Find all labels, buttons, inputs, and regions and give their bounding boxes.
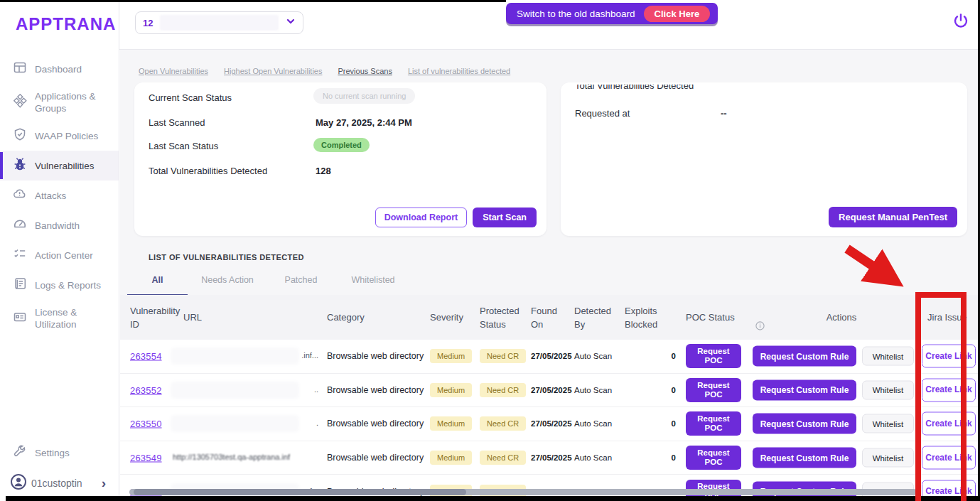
tab-whitelisted[interactable]: Whitelisted (335, 271, 411, 296)
download-report-button[interactable]: Download Report (375, 208, 467, 227)
vulnerability-id-link[interactable]: 263550 (130, 419, 162, 429)
sidebar-item-dashboard[interactable]: Dashboard (0, 54, 119, 84)
vuln-filter-tabs: All Needs Action Patched Whitelisted (127, 271, 411, 296)
banner-text: Switch to the old dashboard (517, 9, 635, 19)
power-icon[interactable] (950, 11, 971, 33)
sidebar-item-vulnerabilities[interactable]: Vulnerabilities (0, 151, 119, 181)
sidebar-item-label: Applications & Groups (35, 90, 110, 114)
exploits-blocked-cell: 0 (639, 352, 676, 360)
bug-icon (13, 157, 27, 174)
request-custom-rule-button[interactable]: Request Custom Rule (753, 414, 856, 434)
found-on-cell: 27/05/2025 (531, 453, 572, 462)
start-scan-button[interactable]: Start Scan (473, 208, 537, 227)
create-jira-link-button[interactable]: Create Link (922, 446, 976, 470)
exploits-blocked-cell: 0 (639, 453, 676, 462)
col-found-on: Found On (531, 295, 566, 340)
request-poc-button[interactable]: Request POC (686, 446, 741, 470)
click-here-button[interactable]: Click Here (644, 6, 711, 22)
col-poc-status: POC Status (686, 295, 744, 340)
vuln-table-header: Vulnerability ID URL Category Severity P… (120, 295, 980, 340)
sidebar-item-logs-reports[interactable]: Logs & Reports (0, 270, 119, 300)
wrench-icon (13, 444, 27, 461)
severity-badge: Medium (430, 451, 472, 465)
main-content: Open Vulnerabilities Highest Open Vulner… (120, 50, 980, 501)
whitelist-button[interactable]: Whitelist (862, 347, 914, 366)
account-name: 01custoptin (31, 478, 82, 489)
shield-check-icon (13, 127, 27, 144)
whitelist-button[interactable]: Whitelist (862, 414, 914, 433)
vulnerability-id-link[interactable]: 263554 (130, 351, 162, 362)
tab-open-vulnerabilities[interactable]: Open Vulnerabilities (139, 67, 208, 75)
last-scanned-label: Last Scanned (149, 117, 205, 128)
scroll-icon (13, 276, 27, 293)
pentest-card: Total Vulnerabilities Detected Requested… (561, 82, 967, 236)
col-vulnerability-id: Vulnerability ID (130, 295, 187, 340)
request-custom-rule-button[interactable]: Request Custom Rule (753, 379, 856, 400)
create-jira-link-button[interactable]: Create Link (922, 412, 976, 436)
whitelist-button[interactable]: Whitelist (862, 380, 914, 399)
request-custom-rule-button[interactable]: Request Custom Rule (753, 346, 856, 367)
sidebar-item-license-utilization[interactable]: License & Utilization (0, 300, 119, 337)
col-jira-issue: Jira Issue (927, 295, 977, 340)
sidebar-footer: Settings 01custoptin › (0, 438, 119, 500)
col-actions: Actions (753, 295, 930, 340)
total-vulnerabilities-label: Total Vulnerabilities Detected (149, 166, 267, 176)
horizontal-scrollbar-track[interactable] (129, 489, 917, 495)
tab-previous-scans[interactable]: Previous Scans (338, 67, 392, 75)
sidebar-item-waap-policies[interactable]: WAAP Policies (0, 121, 119, 151)
request-manual-pentest-button[interactable]: Request Manual PenTest (829, 207, 957, 227)
dashboard-icon (13, 60, 27, 77)
create-jira-link-button[interactable]: Create Link (922, 345, 976, 368)
sidebar-item-label: Action Center (35, 249, 93, 262)
url-cell: http://1305703test.qa-apptrana.inf (170, 451, 323, 465)
scan-status-card: Current Scan Status No current scan runn… (134, 82, 546, 236)
sidebar-item-label: WAAP Policies (35, 130, 98, 142)
total-vulnerabilities-value: 128 (316, 166, 331, 176)
category-cell: Browsable web directory (327, 453, 424, 463)
url-cell: .. (170, 383, 323, 397)
protected-status-badge: Need CR (480, 451, 526, 465)
sidebar-item-action-center[interactable]: Action Center (0, 240, 119, 270)
url-fragment: .. (314, 385, 318, 394)
sidebar-item-label: Logs & Reports (35, 279, 101, 291)
tab-needs-action[interactable]: Needs Action (188, 271, 267, 296)
whitelist-button[interactable]: Whitelist (862, 448, 914, 468)
request-poc-button[interactable]: Request POC (686, 411, 741, 436)
last-scan-status-label: Last Scan Status (149, 141, 218, 151)
request-poc-button[interactable]: Request POC (686, 378, 741, 402)
completed-status-badge: Completed (313, 138, 370, 152)
sidebar-item-settings[interactable]: Settings (0, 438, 119, 468)
sidebar-nav: Dashboard Applications & Groups WAAP Pol… (0, 54, 119, 337)
chevron-right-icon: › (102, 475, 109, 491)
vulnerability-id-link[interactable]: 263549 (130, 453, 162, 463)
detected-by-cell: Auto Scan (574, 352, 612, 360)
sidebar-item-applications-groups[interactable]: Applications & Groups (0, 84, 119, 121)
sidebar: APPTRANA Dashboard Applications & Groups… (0, 0, 119, 501)
checklist-icon (13, 247, 27, 264)
tab-patched[interactable]: Patched (267, 271, 335, 296)
request-custom-rule-button[interactable]: Request Custom Rule (753, 448, 856, 468)
avatar-icon (10, 473, 27, 492)
tab-all[interactable]: All (127, 271, 188, 296)
screenshot-top-edge (0, 0, 506, 2)
application-dropdown-value: 12 (143, 18, 153, 28)
sidebar-item-bandwidth[interactable]: Bandwidth (0, 210, 119, 240)
redacted-application-name (160, 15, 279, 31)
col-category: Category (327, 295, 391, 340)
horizontal-scrollbar-thumb[interactable] (134, 489, 466, 495)
sidebar-account[interactable]: 01custoptin › (0, 468, 119, 500)
category-cell: Browsable web directory (327, 351, 424, 361)
sidebar-item-label: License & Utilization (35, 306, 110, 330)
tab-highest-open-vulnerabilities[interactable]: Highest Open Vulnerabilities (224, 67, 322, 75)
exploits-blocked-cell: 0 (639, 419, 676, 428)
request-poc-button[interactable]: Request POC (686, 344, 741, 368)
vuln-list-title: LIST OF VULNERABILITIES DETECTED (149, 253, 304, 262)
create-jira-link-button[interactable]: Create Link (922, 378, 976, 402)
vulnerability-id-link[interactable]: 263552 (130, 384, 162, 395)
application-dropdown[interactable]: 12 (135, 11, 303, 34)
license-card-icon (13, 310, 27, 327)
sidebar-item-attacks[interactable]: Attacks (0, 181, 119, 210)
tab-list-of-vulnerabilities[interactable]: List of vulnerabilities detected (408, 67, 510, 75)
url-fragment: .inf... (301, 351, 318, 360)
sidebar-item-label: Dashboard (35, 63, 82, 75)
